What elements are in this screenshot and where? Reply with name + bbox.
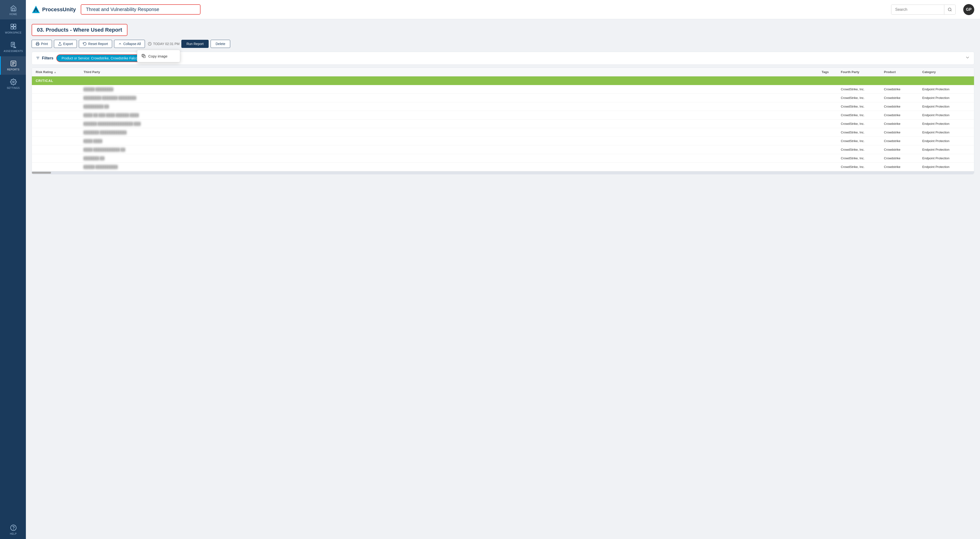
- table-row[interactable]: ████ ████████████ ██ CrowdStrike, Inc. C…: [32, 145, 974, 154]
- cell-product: Crowdstrike: [884, 130, 922, 134]
- delete-label: Delete: [216, 42, 225, 46]
- app-logo: ProcessUnity: [32, 5, 76, 14]
- logo-text: ProcessUnity: [42, 6, 76, 13]
- search-input[interactable]: [891, 5, 944, 14]
- cell-fourth-party: CrowdStrike, Inc.: [841, 148, 884, 151]
- table-row[interactable]: █████████ ██ CrowdStrike, Inc. Crowdstri…: [32, 102, 974, 111]
- cell-product: Crowdstrike: [884, 122, 922, 126]
- filters-expand-button[interactable]: [965, 55, 970, 62]
- cell-fourth-party: CrowdStrike, Inc.: [841, 165, 884, 169]
- cell-product: Crowdstrike: [884, 139, 922, 143]
- svg-point-12: [948, 8, 951, 11]
- sidebar-label-assessments: ASSESSMENTS: [3, 50, 23, 52]
- collapse-all-button[interactable]: Collapse All: [114, 40, 145, 48]
- scroll-bar[interactable]: [32, 171, 974, 174]
- col-third-party: Third Party: [84, 70, 822, 74]
- sidebar-label-home: HOME: [10, 13, 17, 16]
- search-button[interactable]: [944, 5, 955, 14]
- print-icon: [36, 42, 40, 46]
- cell-product: Crowdstrike: [884, 165, 922, 169]
- col-tags: Tags: [822, 70, 841, 74]
- sidebar-label-workspace: WORKSPACE: [5, 32, 22, 34]
- sidebar-item-home[interactable]: HOME: [0, 0, 26, 19]
- run-report-button[interactable]: Run Report: [181, 40, 208, 48]
- col-fourth-party: Fourth Party: [841, 70, 884, 74]
- cell-third-party: ████ ████████████ ██: [84, 148, 822, 151]
- sidebar: HOME WORKSPACE ASSESSMENTS REPORTS SETT: [0, 0, 26, 539]
- table-row[interactable]: █████ ████████ CrowdStrike, Inc. Crowdst…: [32, 85, 974, 94]
- sidebar-item-settings[interactable]: SETTINGS: [0, 75, 26, 93]
- cell-category: Endpoint Protection: [922, 130, 970, 134]
- filters-text: Filters: [42, 56, 53, 60]
- main-content: ProcessUnity Threat and Vulnerability Re…: [26, 0, 980, 539]
- cell-category: Endpoint Protection: [922, 139, 970, 143]
- cell-third-party: ██████ ████████████████ ███: [84, 122, 822, 126]
- copy-image-menu-item[interactable]: Copy image: [137, 51, 180, 60]
- report-table: Risk Rating ▲ Third Party Tags Fourth Pa…: [32, 68, 974, 174]
- table-row[interactable]: ███████ ██ CrowdStrike, Inc. Crowdstrike…: [32, 154, 974, 163]
- sidebar-item-reports[interactable]: REPORTS: [0, 56, 26, 75]
- chevron-down-icon: [965, 55, 970, 60]
- cell-category: Endpoint Protection: [922, 113, 970, 117]
- filter-icon: [36, 56, 40, 60]
- cell-category: Endpoint Protection: [922, 122, 970, 126]
- cell-fourth-party: CrowdStrike, Inc.: [841, 130, 884, 134]
- sidebar-item-assessments[interactable]: ASSESSMENTS: [0, 38, 26, 56]
- cell-third-party: ████████ ███████ ████████: [84, 96, 822, 100]
- svg-point-6: [13, 81, 14, 83]
- cell-product: Crowdstrike: [884, 87, 922, 91]
- col-category: Category: [922, 70, 970, 74]
- table-row[interactable]: ██████ ████████████████ ███ CrowdStrike,…: [32, 119, 974, 128]
- delete-button[interactable]: Delete: [210, 40, 230, 48]
- cell-product: Crowdstrike: [884, 156, 922, 160]
- cell-fourth-party: CrowdStrike, Inc.: [841, 156, 884, 160]
- context-menu: Copy image: [137, 50, 180, 62]
- cell-fourth-party: CrowdStrike, Inc.: [841, 139, 884, 143]
- filters-label: Filters: [36, 56, 53, 60]
- cell-category: Endpoint Protection: [922, 165, 970, 169]
- table-row[interactable]: ████ ████ CrowdStrike, Inc. Crowdstrike …: [32, 137, 974, 145]
- cell-fourth-party: CrowdStrike, Inc.: [841, 96, 884, 100]
- cell-product: Crowdstrike: [884, 96, 922, 100]
- reset-label: Reset Report: [88, 42, 108, 46]
- collapse-icon: [118, 42, 122, 46]
- cell-category: Endpoint Protection: [922, 87, 970, 91]
- app-title: Threat and Vulnerability Response: [81, 4, 200, 14]
- copy-image-label: Copy image: [148, 54, 167, 58]
- cell-third-party: ███████ ████████████: [84, 130, 822, 134]
- logo-icon: [32, 5, 40, 14]
- svg-rect-0: [11, 24, 13, 26]
- scroll-thumb[interactable]: [32, 172, 51, 174]
- timestamp: TODAY 02:31 PM: [148, 42, 180, 46]
- toolbar: Print Export Reset Report: [32, 40, 974, 48]
- sort-icon-risk[interactable]: ▲: [54, 71, 57, 73]
- app-header: ProcessUnity Threat and Vulnerability Re…: [26, 0, 980, 19]
- table-row[interactable]: ████████ ███████ ████████ CrowdStrike, I…: [32, 94, 974, 102]
- print-button[interactable]: Print: [32, 40, 52, 48]
- sidebar-item-workspace[interactable]: WORKSPACE: [0, 19, 26, 38]
- critical-group-header: CRITICAL: [32, 76, 974, 85]
- avatar[interactable]: GP: [963, 4, 974, 15]
- sidebar-label-help: HELP: [10, 533, 16, 535]
- table-row[interactable]: ████ ██ ███ ████ ██████ ████ CrowdStrike…: [32, 111, 974, 119]
- run-report-label: Run Report: [186, 42, 204, 46]
- cell-fourth-party: CrowdStrike, Inc.: [841, 122, 884, 126]
- cell-fourth-party: CrowdStrike, Inc.: [841, 87, 884, 91]
- search-box: [891, 5, 956, 14]
- export-icon: [58, 42, 62, 46]
- sidebar-item-help[interactable]: HELP: [0, 521, 26, 539]
- reset-icon: [83, 42, 87, 46]
- table-row[interactable]: █████ ██████████ CrowdStrike, Inc. Crowd…: [32, 163, 974, 171]
- sidebar-label-settings: SETTINGS: [7, 87, 20, 89]
- table-header: Risk Rating ▲ Third Party Tags Fourth Pa…: [32, 68, 974, 76]
- export-label: Export: [63, 42, 73, 46]
- cell-fourth-party: CrowdStrike, Inc.: [841, 105, 884, 108]
- copy-image-icon: [142, 54, 146, 58]
- table-body: █████ ████████ CrowdStrike, Inc. Crowdst…: [32, 85, 974, 171]
- export-button[interactable]: Export: [54, 40, 77, 48]
- print-label: Print: [41, 42, 48, 46]
- table-row[interactable]: ███████ ████████████ CrowdStrike, Inc. C…: [32, 128, 974, 137]
- reset-report-button[interactable]: Reset Report: [79, 40, 112, 48]
- svg-rect-1: [14, 24, 16, 26]
- timestamp-text: TODAY 02:31 PM: [153, 42, 180, 46]
